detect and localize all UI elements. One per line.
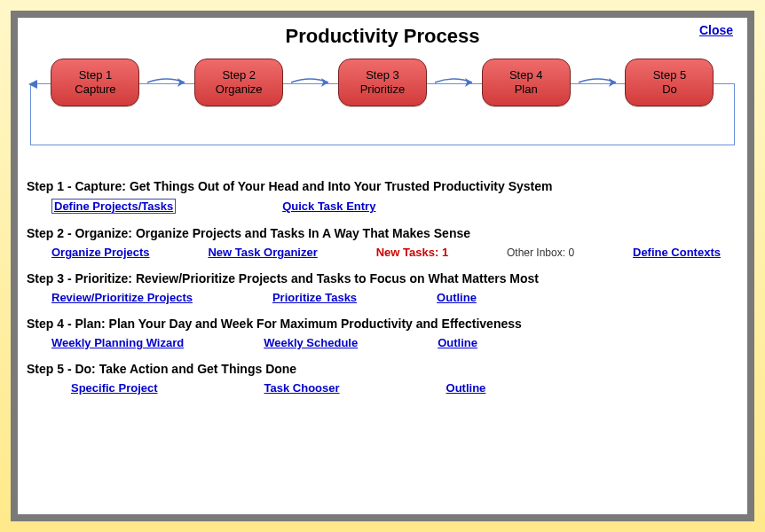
link-outline-step5[interactable]: Outline (446, 381, 486, 395)
new-tasks-indicator: New Tasks: 1 (376, 246, 448, 259)
arrow-icon (577, 74, 619, 91)
step4-links-row: Weekly Planning Wizard Weekly Schedule O… (27, 336, 738, 349)
step-name: Capture (75, 82, 115, 97)
other-inbox-indicator: Other Inbox: 0 (507, 246, 574, 259)
arrow-icon (146, 74, 188, 91)
arrow-icon (433, 74, 476, 91)
new-tasks-count: 1 (442, 246, 448, 259)
link-quick-task-entry[interactable]: Quick Task Entry (282, 200, 375, 213)
step5-links-row: Specific Project Task Chooser Outline (27, 381, 738, 395)
step-name: Prioritize (360, 82, 406, 97)
other-inbox-label: Other Inbox: (507, 246, 565, 259)
step-name: Plan (515, 82, 538, 97)
step2-links-row: Organize Projects New Task Organizer New… (27, 246, 738, 259)
steps-row: Step 1 Capture Step 2 Organize Step 3 Pr… (30, 59, 735, 106)
section-heading-step2: Step 2 - Organize: Organize Projects and… (27, 226, 738, 240)
svg-marker-2 (321, 78, 328, 87)
close-button[interactable]: Close (699, 23, 733, 37)
section-heading-step3: Step 3 - Prioritize: Review/Prioritize P… (27, 271, 738, 286)
section-heading-step5: Step 5 - Do: Take Action and Get Things … (27, 362, 738, 376)
svg-marker-3 (465, 78, 472, 87)
step-num: Step 3 (366, 68, 399, 82)
step-node-organize: Step 2 Organize (194, 59, 283, 106)
other-inbox-count: 0 (568, 246, 574, 259)
svg-marker-1 (177, 78, 185, 87)
step-num: Step 4 (509, 68, 543, 82)
svg-marker-4 (609, 78, 616, 87)
arrow-icon (289, 74, 332, 91)
link-weekly-schedule[interactable]: Weekly Schedule (264, 336, 358, 349)
step-node-do: Step 5 Do (625, 59, 714, 106)
step-num: Step 1 (79, 68, 113, 82)
link-outline-step4[interactable]: Outline (438, 336, 477, 349)
process-flow-diagram: Step 1 Capture Step 2 Organize Step 3 Pr… (30, 55, 735, 153)
link-define-contexts[interactable]: Define Contexts (633, 246, 721, 259)
step-name: Do (662, 82, 677, 97)
link-define-projects-tasks[interactable]: Define Projects/Tasks (51, 199, 176, 214)
section-heading-step1: Step 1 - Capture: Get Things Out of Your… (27, 179, 738, 193)
page-title: Productivity Process (27, 25, 738, 48)
step-node-prioritize: Step 3 Prioritize (338, 59, 427, 106)
link-task-chooser[interactable]: Task Chooser (264, 381, 340, 395)
section-heading-step4: Step 4 - Plan: Plan Your Day and Week Fo… (27, 317, 738, 331)
step-node-plan: Step 4 Plan (482, 59, 571, 106)
step-num: Step 2 (222, 68, 256, 82)
link-specific-project[interactable]: Specific Project (71, 381, 158, 395)
new-tasks-label: New Tasks: (376, 246, 439, 259)
step-num: Step 5 (653, 68, 687, 82)
link-new-task-organizer[interactable]: New Task Organizer (208, 246, 317, 259)
step-name: Organize (216, 82, 263, 97)
link-prioritize-tasks[interactable]: Prioritize Tasks (272, 291, 357, 304)
link-weekly-planning-wizard[interactable]: Weekly Planning Wizard (51, 336, 184, 349)
dialog-frame: Close Productivity Process Step 1 Captur… (11, 11, 754, 521)
step-node-capture: Step 1 Capture (51, 59, 139, 106)
step1-links-row: Define Projects/Tasks Quick Task Entry (27, 199, 738, 214)
link-organize-projects[interactable]: Organize Projects (51, 246, 150, 259)
link-review-prioritize-projects[interactable]: Review/Prioritize Projects (51, 291, 193, 304)
step3-links-row: Review/Prioritize Projects Prioritize Ta… (27, 291, 738, 304)
link-outline-step3[interactable]: Outline (437, 291, 477, 304)
